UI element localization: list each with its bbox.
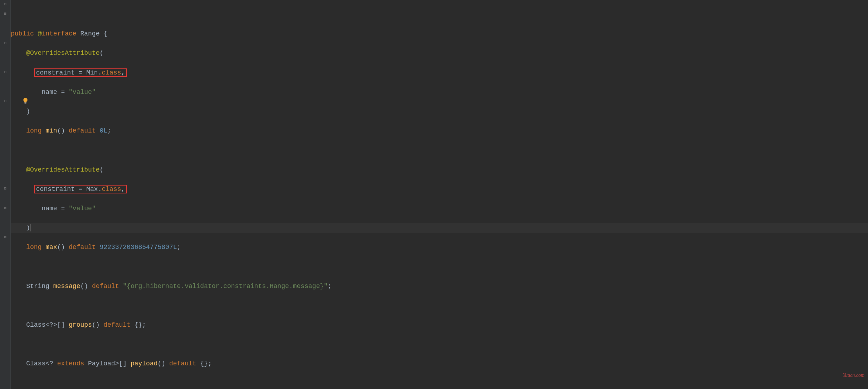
annotation-at: @ bbox=[38, 30, 42, 37]
keyword: default bbox=[88, 283, 123, 290]
code-line-current[interactable]: ) bbox=[11, 223, 868, 233]
brace: { bbox=[99, 30, 107, 37]
braces: {} bbox=[135, 321, 142, 328]
attr: constraint = Max. bbox=[36, 186, 102, 193]
method: message bbox=[53, 283, 81, 290]
paren: ( bbox=[99, 166, 103, 173]
type-name: Range bbox=[80, 30, 99, 37]
annotation: @OverridesAttribute bbox=[26, 49, 99, 57]
paren: () bbox=[57, 244, 65, 251]
attr: name = bbox=[42, 88, 69, 96]
code-line[interactable] bbox=[11, 379, 868, 388]
code-line[interactable]: long max() default 9223372036854775807L; bbox=[11, 242, 868, 252]
code-line[interactable]: Class<?>[] groups() default {}; bbox=[11, 320, 868, 330]
fold-icon[interactable]: ⊟ bbox=[3, 235, 8, 239]
comma: , bbox=[121, 69, 125, 76]
keyword: default bbox=[65, 127, 99, 134]
method: groups bbox=[69, 321, 92, 328]
code-line[interactable]: String message() default "{org.hibernate… bbox=[11, 282, 868, 291]
semi: ; bbox=[208, 360, 212, 367]
fold-icon[interactable]: ⊟ bbox=[3, 187, 8, 191]
code-line[interactable]: constraint = Min.class, bbox=[11, 68, 868, 78]
paren: ) bbox=[26, 108, 30, 115]
class-kw: class bbox=[102, 69, 121, 76]
string: "value" bbox=[69, 205, 96, 212]
paren: () bbox=[158, 360, 166, 367]
type: Class<?>[] bbox=[26, 321, 69, 328]
keyword: default bbox=[65, 244, 99, 251]
keyword: extends bbox=[57, 360, 88, 367]
fold-icon[interactable]: ⊟ bbox=[3, 41, 8, 45]
highlight-box: constraint = Min.class, bbox=[34, 68, 127, 77]
comma: , bbox=[121, 186, 125, 193]
number: 9223372036854775807L bbox=[99, 244, 177, 251]
code-line[interactable]: Class<? extends Payload>[] payload() def… bbox=[11, 359, 868, 369]
attr: constraint = Min. bbox=[36, 69, 102, 76]
keyword: long bbox=[26, 244, 45, 251]
code-line[interactable]: @OverridesAttribute( bbox=[11, 165, 868, 175]
code-line[interactable]: name = "value" bbox=[11, 87, 868, 97]
intention-bulb-icon[interactable] bbox=[22, 97, 29, 104]
fold-icon[interactable]: ⊟ bbox=[3, 99, 8, 104]
editor-area: ⊟ ⊟ ⊟ ⊟ ⊟ ⊟ ⊟ ⊟ public @interface Range … bbox=[0, 0, 868, 389]
code-line[interactable]: long min() default 0L; bbox=[11, 126, 868, 136]
string: "value" bbox=[69, 88, 96, 96]
keyword: public bbox=[11, 30, 34, 37]
fold-icon[interactable]: ⊟ bbox=[3, 206, 8, 210]
watermark: Yuucn.com bbox=[843, 373, 864, 378]
fold-icon[interactable]: ⊟ bbox=[3, 12, 8, 16]
string: "{org.hibernate.validator.constraints.Ra… bbox=[123, 283, 328, 290]
keyword: long bbox=[26, 127, 45, 134]
code-line[interactable]: public @interface Range { bbox=[11, 29, 868, 39]
type: Class<? bbox=[26, 360, 57, 367]
code-line[interactable]: constraint = Max.class, bbox=[11, 184, 868, 194]
paren: () bbox=[80, 283, 88, 290]
keyword: default bbox=[99, 321, 134, 328]
type: Payload>[] bbox=[88, 360, 131, 367]
paren: ( bbox=[99, 49, 103, 57]
semi: ; bbox=[107, 127, 111, 134]
code-area[interactable]: public @interface Range { @OverridesAttr… bbox=[11, 0, 868, 389]
method: max bbox=[45, 244, 57, 251]
code-line[interactable] bbox=[11, 262, 868, 272]
caret-icon bbox=[30, 224, 30, 231]
code-line[interactable] bbox=[11, 340, 868, 349]
code-line[interactable] bbox=[11, 301, 868, 311]
paren: () bbox=[92, 321, 100, 328]
semi: ; bbox=[177, 244, 181, 251]
keyword: interface bbox=[42, 30, 80, 37]
type: String bbox=[26, 283, 53, 290]
method: payload bbox=[131, 360, 158, 367]
highlight-box: constraint = Max.class, bbox=[34, 185, 127, 193]
paren: () bbox=[57, 127, 65, 134]
semi: ; bbox=[142, 321, 146, 328]
code-line[interactable]: @OverridesAttribute( bbox=[11, 48, 868, 58]
annotation: @OverridesAttribute bbox=[26, 166, 99, 173]
svg-rect-0 bbox=[24, 102, 26, 104]
code-line[interactable] bbox=[11, 145, 868, 155]
keyword: default bbox=[165, 360, 200, 367]
semi: ; bbox=[328, 283, 332, 290]
gutter: ⊟ ⊟ ⊟ ⊟ ⊟ ⊟ ⊟ ⊟ bbox=[0, 0, 11, 389]
fold-icon[interactable]: ⊟ bbox=[3, 70, 8, 75]
fold-icon[interactable]: ⊟ bbox=[3, 2, 8, 6]
code-line[interactable]: name = "value" bbox=[11, 204, 868, 213]
number: 0L bbox=[99, 127, 107, 134]
braces: {} bbox=[200, 360, 208, 367]
attr: name = bbox=[42, 205, 69, 212]
method: min bbox=[45, 127, 57, 134]
class-kw: class bbox=[102, 186, 121, 193]
code-line[interactable]: ) bbox=[11, 107, 868, 116]
